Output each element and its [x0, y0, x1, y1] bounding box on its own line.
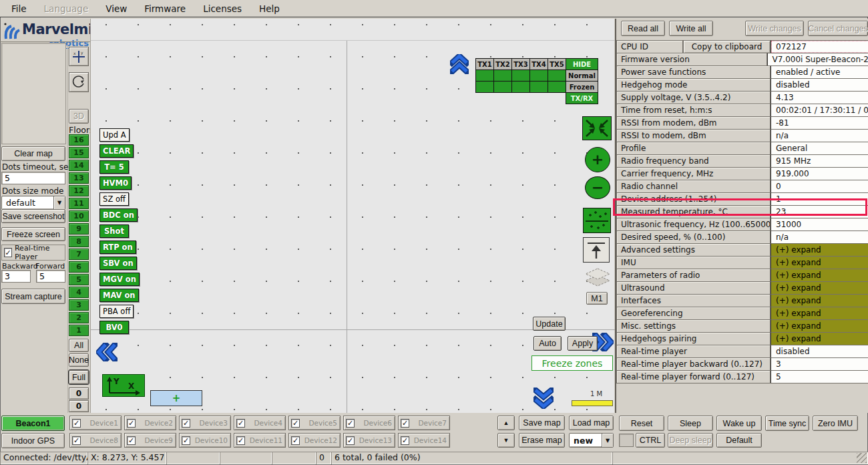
beacon1-button[interactable]: Beacon1	[1, 416, 65, 431]
map-tool-button[interactable]: Shot	[99, 224, 129, 238]
show-dots-button[interactable]	[583, 208, 611, 233]
settings-row[interactable]: Desired speed, % (0..100) n/a	[616, 230, 868, 244]
checkbox-checked-icon[interactable]: ✓	[72, 436, 81, 445]
chevron-double-left-icon[interactable]	[96, 343, 118, 361]
device-toggle[interactable]: ✓ Device13	[343, 433, 395, 448]
tx-cell[interactable]	[548, 81, 566, 93]
settings-row[interactable]: RSSI from modem, dBm -81	[616, 116, 868, 130]
checkbox-checked-icon[interactable]: ✓	[346, 419, 355, 428]
settings-row[interactable]: Hedgehogs pairing (+) expand	[616, 332, 868, 345]
read-all-button[interactable]: Read all	[621, 21, 665, 36]
tx-cell[interactable]	[511, 81, 530, 93]
freeze-zones-button[interactable]: Freeze zones	[531, 355, 613, 371]
reset-button[interactable]: Reset	[619, 416, 664, 431]
floor-button[interactable]: 3	[69, 299, 89, 311]
submaps-layers-button[interactable]	[583, 267, 612, 291]
tx-cell[interactable]	[548, 69, 566, 82]
settings-row[interactable]: Real-time player disabled	[616, 345, 868, 358]
settings-row[interactable]: IMU (+) expand	[616, 256, 868, 269]
fit-to-view-button[interactable]	[582, 116, 612, 140]
checkbox-checked-icon[interactable]: ✓	[127, 436, 136, 445]
sleep-button[interactable]: Sleep	[668, 416, 713, 431]
floor-button[interactable]: 5	[69, 274, 89, 285]
menu-item[interactable]: View	[97, 1, 136, 16]
rotate-view-button[interactable]	[69, 72, 89, 92]
map-canvas[interactable]: Upd ACLEART= 5HVM0SZ offBDC onShotRTP on…	[90, 19, 614, 413]
floor-button[interactable]: 6	[69, 261, 89, 273]
device-toggle[interactable]: ✓ Device1	[69, 416, 122, 430]
chevron-double-down-icon[interactable]	[533, 388, 554, 409]
settings-row[interactable]: Supply voltage, V (3.5..4.2) 4.13	[616, 91, 868, 104]
zero-imu-button[interactable]: Zero IMU	[813, 416, 858, 431]
ctrl-button[interactable]: CTRL	[636, 433, 665, 448]
tx-cell[interactable]	[529, 69, 548, 82]
save-screenshot-button[interactable]: Save screenshot	[1, 209, 65, 223]
origin-axes-button[interactable]: Y X	[102, 374, 145, 397]
update-button[interactable]: Update	[533, 317, 566, 331]
checkbox-checked-icon[interactable]: ✓	[182, 419, 190, 428]
device-toggle[interactable]: ✓ Device3	[179, 416, 231, 430]
menu-item[interactable]: Licenses	[194, 1, 250, 16]
settings-row[interactable]: Device address (1..254) 1	[616, 192, 868, 206]
tx-cell[interactable]	[493, 69, 512, 82]
tx-frozen-button[interactable]: Frozen	[566, 81, 598, 93]
settings-row[interactable]: RSSI to modem, dBm n/a	[616, 129, 868, 142]
settings-row[interactable]: Carrier frequency, MHz 919.000	[616, 167, 868, 180]
stream-capture-button[interactable]: Stream capture	[1, 289, 65, 304]
checkbox-checked-icon[interactable]: ✓	[291, 436, 300, 445]
tx-column-header[interactable]: TX3	[511, 58, 530, 70]
map-tool-button[interactable]: BDC on	[99, 208, 138, 222]
chevron-double-up-icon[interactable]	[450, 54, 469, 74]
clear-map-button[interactable]: Clear map	[1, 146, 65, 161]
map-tool-button[interactable]: Upd A	[99, 128, 130, 142]
zoom-out-button[interactable]: −	[585, 176, 610, 199]
settings-row[interactable]: Real-time player backward (0..127) 3	[616, 357, 868, 371]
tx-column-header[interactable]: TX2	[493, 58, 512, 70]
tx-hide-button[interactable]: HIDE	[566, 58, 598, 70]
dots-size-select[interactable]: default ▼	[1, 196, 65, 210]
map-tool-button[interactable]: SBV on	[99, 257, 137, 270]
auto-button[interactable]: Auto	[533, 336, 562, 351]
floor-button[interactable]: 12	[69, 185, 89, 196]
device-toggle[interactable]: ✓ Device4	[234, 416, 286, 430]
tx-cell[interactable]	[511, 69, 530, 82]
add-submap-button[interactable]: +	[150, 390, 202, 406]
device-toggle[interactable]: ✓ Device6	[343, 416, 395, 430]
floor-button[interactable]: 13	[69, 172, 89, 184]
device-toggle[interactable]: ✓ Device14	[398, 433, 450, 448]
menu-item[interactable]: Firmware	[136, 1, 194, 16]
cancel-changes-button[interactable]: Cancel changes	[808, 21, 868, 36]
scroll-down-button[interactable]: ▼	[497, 433, 515, 448]
backward-input[interactable]	[1, 270, 31, 283]
write-all-button[interactable]: Write all	[669, 21, 713, 36]
write-changes-button[interactable]: Write changes	[745, 21, 804, 36]
apply-button[interactable]: Apply	[568, 336, 598, 351]
copy-to-clipboard-button[interactable]: Copy to clipboard	[683, 40, 771, 53]
floors-full-button[interactable]: Full	[69, 370, 89, 384]
floor-button[interactable]: 11	[69, 198, 89, 209]
ctrl-checkbox[interactable]	[619, 434, 634, 447]
checkbox-checked-icon[interactable]: ✓	[182, 436, 190, 445]
map-tool-button[interactable]: PBA off	[99, 305, 134, 318]
map-tool-button[interactable]: SZ off	[99, 192, 129, 206]
wake-up-button[interactable]: Wake up	[716, 416, 762, 431]
map-tool-button[interactable]: MGV on	[99, 273, 140, 286]
scroll-up-button[interactable]: ▲	[497, 416, 515, 430]
forward-input[interactable]	[36, 270, 65, 283]
map-name-select[interactable]: new ▼	[569, 433, 614, 448]
time-sync-button[interactable]: Time sync	[765, 416, 809, 431]
map-tool-button[interactable]: HVM0	[99, 176, 132, 190]
checkbox-checked-icon[interactable]: ✓	[72, 419, 81, 428]
settings-row[interactable]: Advanced settings (+) expand	[616, 243, 868, 257]
settings-row[interactable]: Interfaces (+) expand	[616, 294, 868, 307]
settings-row[interactable]: Radio frequency band 915 MHz	[616, 154, 868, 168]
checkbox-checked-icon[interactable]: ✓	[401, 436, 409, 445]
checkbox-checked-icon[interactable]: ✓	[236, 436, 245, 445]
checkbox-checked-icon[interactable]: ✓	[401, 419, 409, 428]
settings-row[interactable]: Profile General	[616, 142, 868, 155]
floor-button[interactable]: 9	[69, 223, 89, 235]
floors-none-button[interactable]: None	[69, 353, 89, 367]
dropdown-arrow-icon[interactable]: ▼	[53, 196, 65, 209]
tx-column-header[interactable]: TX1	[475, 58, 494, 70]
settings-row[interactable]: Hedgehog mode disabled	[616, 78, 868, 92]
